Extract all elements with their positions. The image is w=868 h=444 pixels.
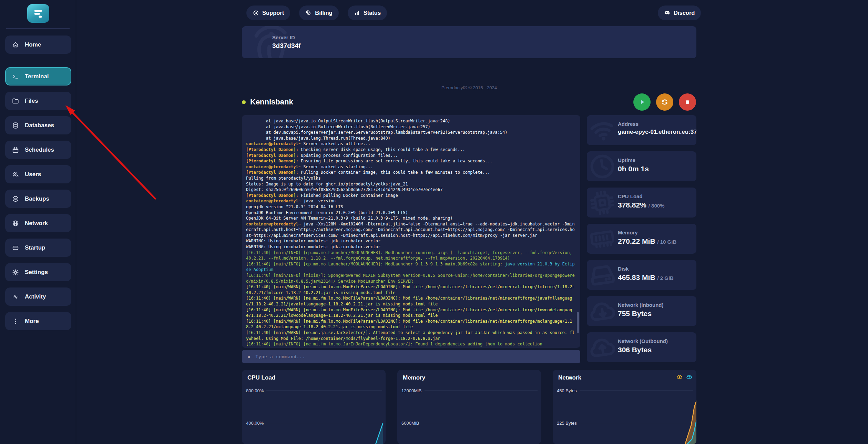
bar-chart-icon: [354, 10, 360, 16]
console-line: [16:11:40] [main/WARN] [ne.mi.fm.lo.mo.M…: [246, 307, 576, 319]
chart-cpu-load: 800.00%400.00%CPU Load: [242, 370, 386, 444]
console-line: [Pterodactyl Daemon]: Checking server di…: [246, 147, 576, 153]
server-icon: [12, 244, 19, 252]
sidebar-item-label: Terminal: [25, 73, 49, 80]
sidebar-divider: [6, 28, 70, 29]
power-actions: [633, 93, 696, 111]
server-status-dot: [242, 100, 246, 104]
calendar-icon: [12, 146, 19, 154]
stat-label: Memory: [618, 230, 676, 235]
command-input[interactable]: [255, 354, 575, 360]
chart-legend: [676, 374, 692, 381]
console-line: [16:11:40] [main/WARN] [ne.mi.fm.lo.mo.M…: [246, 295, 576, 307]
restart-server-button[interactable]: [656, 93, 673, 111]
sidebar-item-label: More: [25, 318, 39, 325]
terminal-icon: [12, 73, 19, 80]
console-line: container@pterodactyl~ java -Xms128M -Xm…: [246, 221, 576, 239]
chart-network: 450 Bytes225 BytesNetwork: [553, 370, 696, 444]
console-line: [16:11:40] [main/INFO] [cp.mo.mo.Launche…: [246, 250, 576, 261]
chart-title: Memory: [403, 374, 425, 381]
console-line: at java.base/java.io.OutputStreamWriter.…: [246, 118, 576, 124]
console-line: openjdk version "21.0.3" 2024-04-16 LTS: [246, 204, 576, 210]
legend-inbound: [676, 374, 683, 381]
chart-title: Network: [558, 374, 581, 381]
sidebar-item-users[interactable]: Users: [5, 165, 71, 183]
sidebar: HomeTerminalFilesDatabasesSchedulesUsers…: [0, 0, 76, 444]
console-line: [Pterodactyl Daemon]: Finished pulling D…: [246, 193, 576, 199]
stop-server-button[interactable]: [679, 93, 696, 111]
clock-icon: [587, 151, 619, 181]
backup-icon: [12, 195, 19, 203]
billing-label: Billing: [315, 10, 332, 16]
console-line: [16:11:40] [main/WARN] [ne.mi.fm.lo.mo.M…: [246, 319, 576, 330]
sidebar-item-schedules[interactable]: Schedules: [5, 141, 71, 159]
sidebar-item-terminal[interactable]: Terminal: [5, 67, 71, 85]
sidebar-item-activity[interactable]: Activity: [5, 287, 71, 306]
console-line: Status: Image is up to date for ghcr.io/…: [246, 181, 576, 187]
console-line: OpenJDK Runtime Environment Temurin-21.0…: [246, 210, 576, 216]
memory-icon: [587, 224, 619, 254]
support-button[interactable]: Support: [246, 6, 290, 20]
sidebar-item-backups[interactable]: Backups: [5, 190, 71, 208]
stat-label: Uptime: [618, 157, 649, 163]
app-logo[interactable]: [27, 4, 49, 23]
console-line: container@pterodactyl~ Server marked as …: [246, 164, 576, 170]
cloud-down-icon: [587, 296, 619, 326]
stat-label: Disk: [618, 266, 674, 272]
console-output[interactable]: at java.base/java.io.OutputStreamWriter.…: [242, 115, 580, 348]
cpu-icon: [587, 188, 619, 218]
stat-tile-network-inbound: Network (Inbound)755 Bytes: [587, 296, 696, 326]
sidebar-divider: [6, 61, 70, 61]
billing-button[interactable]: Billing: [299, 6, 338, 20]
activity-icon: [12, 293, 19, 301]
sidebar-item-settings[interactable]: Settings: [5, 263, 71, 281]
sidebar-item-home[interactable]: Home: [5, 36, 71, 54]
sidebar-item-more[interactable]: More: [5, 312, 71, 330]
server-name: Kennisbank: [250, 98, 293, 107]
cloud-up-icon: [686, 374, 692, 380]
sidebar-item-databases[interactable]: Databases: [5, 116, 71, 134]
cloud-up-icon: [587, 332, 619, 362]
console-line: Pulling from pterodactyl/yolks: [246, 175, 576, 181]
console-line: [16:11:40] [main/INFO] [cp.mo.mo.Launche…: [246, 261, 576, 273]
play-icon: [637, 98, 646, 107]
status-button[interactable]: Status: [348, 6, 387, 20]
console-scrollbar-thumb[interactable]: [577, 312, 579, 333]
sidebar-item-files[interactable]: Files: [5, 92, 71, 110]
stat-limit: / 800%: [649, 203, 665, 209]
sidebar-item-label: Files: [25, 98, 38, 104]
console-line: WARNING: Using incubator modules: jdk.in…: [246, 238, 576, 244]
console-line: [16:11:40] [main/WARN] [ne.mi.ja.se.JarS…: [246, 330, 576, 341]
command-bar: »: [242, 350, 580, 363]
console-line: [Pterodactyl Daemon]: Updating process c…: [246, 153, 576, 159]
cloud-down-icon: [676, 374, 683, 380]
life-ring-icon: [253, 10, 259, 16]
stat-tile-network-outbound: Network (Outbound)306 Bytes: [587, 332, 696, 362]
server-header: Kennisbank: [242, 93, 696, 111]
sidebar-item-label: Users: [25, 171, 41, 178]
console-line: at java.base/java.io.BufferedWriter.flus…: [246, 124, 576, 130]
stat-value: game-epyc-01.etheron.eu:37700: [618, 129, 696, 135]
copyright-text: Pterodactyl® © 2015 - 2024: [242, 85, 696, 90]
topbar-links: SupportBillingStatus: [246, 6, 387, 20]
stat-limit: / 10 GiB: [657, 239, 676, 245]
coins-icon: [305, 10, 312, 16]
globe-icon: [12, 220, 19, 227]
stat-label: Network (Inbound): [618, 302, 663, 308]
console-line: container@pterodactyl~ Server marked as …: [246, 141, 576, 147]
disk-icon: [587, 260, 619, 290]
discord-button[interactable]: Discord: [658, 6, 701, 20]
sidebar-item-startup[interactable]: Startup: [5, 239, 71, 257]
sidebar-item-label: Activity: [25, 293, 46, 300]
start-server-button[interactable]: [633, 93, 651, 111]
stat-value: 465.83 MiB / 2 GiB: [618, 273, 674, 282]
console-line: [16:11:40] [main/INFO] [ne.mi.fm.lo.mo.J…: [246, 341, 576, 347]
status-label: Status: [364, 10, 381, 16]
server-id-label: Server ID: [272, 34, 295, 40]
ellipsis-icon: [12, 317, 19, 325]
sidebar-item-label: Network: [25, 220, 48, 227]
logo-e-icon: [32, 7, 45, 20]
stat-tile-disk: Disk465.83 MiB / 2 GiB: [587, 260, 696, 290]
stat-value: 270.22 MiB / 10 GiB: [618, 237, 676, 245]
sidebar-item-network[interactable]: Network: [5, 214, 71, 232]
